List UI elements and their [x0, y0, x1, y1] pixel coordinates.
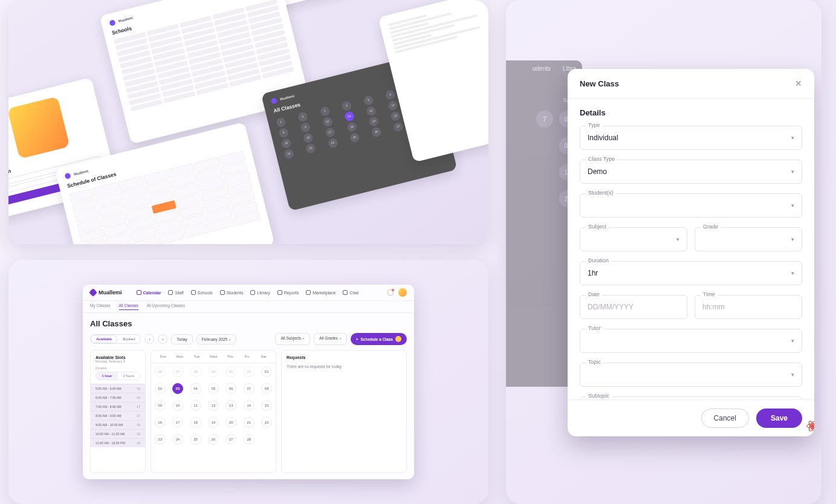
calendar-cell[interactable]: 30	[222, 363, 240, 380]
calendar-cell[interactable]: 20	[222, 414, 240, 431]
calendar-cell[interactable]: 07	[240, 380, 258, 397]
bell-icon[interactable]	[387, 289, 394, 296]
logo[interactable]: Muallemi	[90, 289, 122, 296]
chevron-down-icon: ▾	[791, 270, 794, 276]
slot-row[interactable]: 11:00 AM - 12:00 PM18	[91, 438, 145, 447]
cancel-button[interactable]: Cancel	[701, 409, 749, 428]
field-students[interactable]: Student(s) ▾	[580, 193, 802, 218]
calendar-cell[interactable]: 29	[204, 363, 222, 380]
calendar-cell[interactable]: 05	[204, 380, 222, 397]
card-all-classes: Muallemi CalendarStaffSchoolsStudentsLib…	[8, 260, 488, 504]
slot-row[interactable]: 6:00 AM - 7:00 AM19	[91, 393, 145, 402]
subtab[interactable]: All Classes	[119, 303, 138, 310]
slot-row[interactable]: 10:00 AM - 11:00 AM19	[91, 429, 145, 438]
calendar-cell[interactable]: 04	[187, 380, 204, 397]
field-date[interactable]: Date DD/MM/YYYY	[580, 295, 687, 319]
nav-library[interactable]: Library	[250, 290, 270, 295]
field-time[interactable]: Time hh:mm	[695, 295, 802, 319]
view-toggle[interactable]: AvailableBooked	[90, 334, 141, 344]
nav-students[interactable]: Students	[220, 290, 244, 295]
field-duration[interactable]: Duration 1hr▾	[580, 261, 802, 285]
nav-schools[interactable]: Schools	[191, 290, 213, 295]
subjects-filter[interactable]: All Subjects▾	[275, 333, 310, 345]
nav-calendar[interactable]: Calendar	[137, 290, 161, 295]
calendar-cell[interactable]: 23	[151, 431, 169, 448]
schedule-class-button[interactable]: +Schedule a Class	[351, 333, 407, 345]
field-tutor[interactable]: Tutor ▾	[580, 329, 802, 353]
calendar-cell[interactable]: 28	[240, 431, 258, 448]
nav-marketplace[interactable]: Marketplace	[306, 290, 335, 295]
field-topic[interactable]: Topic ▾	[580, 363, 802, 387]
modal-body: Details Type Individual▾ Class Type Demo…	[568, 99, 814, 399]
calendar-cell[interactable]: 25	[187, 431, 204, 448]
calendar-cell[interactable]: 27	[222, 431, 240, 448]
subtab[interactable]: All Upcoming Classes	[147, 303, 185, 310]
chevron-down-icon: ▾	[229, 338, 231, 341]
calendar-cell[interactable]: 28	[187, 363, 204, 380]
calendar-cell[interactable]: 08	[258, 380, 276, 397]
reports-icon	[277, 290, 282, 295]
month-select[interactable]: February 2025▾	[196, 334, 236, 344]
calendar-cell[interactable]: 10	[169, 397, 186, 414]
calendar-cell[interactable]: 13	[222, 397, 240, 414]
calendar-cell[interactable]: 12	[204, 397, 222, 414]
slot-row[interactable]: 5:00 AM - 6:00 AM19	[91, 384, 145, 393]
field-subject[interactable]: Subject ▾	[580, 227, 687, 251]
duration-option[interactable]: 1 hour	[96, 372, 118, 380]
weekday: Fri	[239, 355, 256, 358]
next-arrow-icon[interactable]: ›	[158, 334, 167, 344]
calendar-cell[interactable]: 24	[169, 431, 186, 448]
page: All Classes AvailableBooked ‹ › Today Fe…	[83, 313, 414, 479]
requests-empty: There are no requests for today	[287, 364, 401, 369]
calendar-cell[interactable]: 09	[151, 397, 169, 414]
view-option[interactable]: Available	[91, 335, 117, 343]
calendar-cell[interactable]: 17	[169, 414, 186, 431]
chat-icon	[343, 290, 348, 295]
close-icon[interactable]: ✕	[795, 79, 802, 88]
today-button[interactable]: Today	[171, 334, 192, 344]
field-grade[interactable]: Grade ▾	[695, 227, 802, 251]
calendar-cell[interactable]: 27	[169, 363, 186, 380]
available-slots-panel: Available Slots Monday, February 3 Durat…	[90, 350, 146, 473]
prev-arrow-icon[interactable]: ‹	[144, 334, 154, 344]
devtool-badge-icon	[806, 419, 814, 433]
save-button[interactable]: Save	[756, 409, 802, 428]
students-icon	[220, 290, 225, 295]
calendar-cell[interactable]: 21	[240, 414, 258, 431]
chevron-down-icon: ▾	[340, 337, 342, 340]
duration-option[interactable]: 2 hours	[118, 372, 140, 380]
subtab[interactable]: My Classes	[90, 303, 111, 310]
grades-filter[interactable]: All Grades▾	[314, 333, 346, 345]
view-option[interactable]: Booked	[117, 335, 140, 343]
slot-row[interactable]: 8:00 AM - 9:00 AM17	[91, 411, 145, 420]
bg-date: 7	[536, 111, 553, 128]
calendar-cell[interactable]: 01	[258, 363, 276, 380]
slot-row[interactable]: 7:00 AM - 8:00 AM17	[91, 402, 145, 411]
calendar-cell[interactable]: 22	[258, 414, 276, 431]
calendar-cell[interactable]: 14	[240, 397, 258, 414]
calendar-cell[interactable]: 18	[187, 414, 204, 431]
hero-photo	[8, 96, 70, 159]
calendar-cell[interactable]: 26	[151, 363, 169, 380]
nav-staff[interactable]: Staff	[168, 290, 183, 295]
calendar-cell[interactable]: 11	[187, 397, 204, 414]
nav-reports[interactable]: Reports	[277, 290, 299, 295]
calendar-cell[interactable]: 16	[151, 414, 169, 431]
calendar-cell[interactable]: 02	[151, 380, 169, 397]
nav-chat[interactable]: Chat	[343, 290, 358, 295]
calendar-cell[interactable]: 31	[240, 363, 258, 380]
page-title: All Classes	[90, 319, 407, 328]
avatar[interactable]	[398, 288, 407, 297]
calendar-cell[interactable]: 06	[222, 380, 240, 397]
slot-row[interactable]: 9:00 AM - 10:00 AM19	[91, 420, 145, 429]
calendar-cell[interactable]: 15	[258, 397, 276, 414]
duration-toggle[interactable]: 1 hour2 hours	[96, 372, 140, 380]
modal-footer: Cancel Save	[568, 399, 814, 436]
field-type[interactable]: Type Individual▾	[580, 126, 802, 150]
chevron-down-icon: ▾	[791, 169, 794, 175]
calendar-cell[interactable]: 03	[169, 380, 186, 397]
duration-label: Duration	[96, 366, 140, 370]
calendar-cell[interactable]: 19	[204, 414, 222, 431]
calendar-cell[interactable]: 26	[204, 431, 222, 448]
field-class-type[interactable]: Class Type Demo▾	[580, 160, 802, 184]
